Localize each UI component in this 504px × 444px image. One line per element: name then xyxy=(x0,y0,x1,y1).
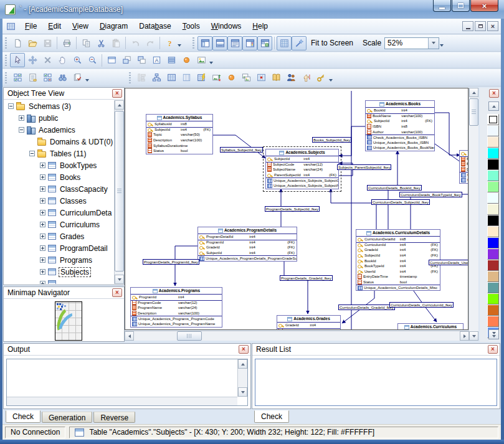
cut-button[interactable] xyxy=(93,36,108,50)
index-row[interactable]: Unique_Academics_Programs_ProgramName xyxy=(131,321,222,327)
book-button[interactable] xyxy=(269,70,283,85)
column-row[interactable]: SubjectIdint4(FK) xyxy=(198,250,297,256)
output-close-button[interactable]: × xyxy=(239,345,249,354)
expand-icon[interactable] xyxy=(40,245,45,251)
relation-label[interactable]: ProgramDetails_SubjectId_fkey xyxy=(265,206,320,212)
color-swatch[interactable] xyxy=(487,316,499,327)
toggle-tree-panel-button[interactable] xyxy=(197,36,212,50)
table-title[interactable]: Academics.Subjects xyxy=(266,149,338,156)
scroll-up-button[interactable] xyxy=(469,88,478,97)
select-cursor-button[interactable] xyxy=(10,53,25,67)
column-row[interactable]: BookNamevarchar(100) xyxy=(366,113,434,119)
menu-item-diagram[interactable]: Diagram xyxy=(94,19,133,34)
column-row[interactable]: SyllabusIdint8 xyxy=(146,121,212,127)
bring-to-front-button[interactable] xyxy=(119,53,134,67)
dropdown-caret[interactable] xyxy=(85,79,89,82)
dropdown-caret[interactable] xyxy=(329,79,333,82)
object-tree-scrollbar[interactable] xyxy=(114,100,124,284)
zoom-out-button[interactable] xyxy=(85,53,100,67)
toolbar-grip[interactable] xyxy=(5,72,7,83)
script-document-button[interactable] xyxy=(25,70,40,85)
mdi-close-button[interactable]: × xyxy=(487,21,498,31)
key-tool-button[interactable] xyxy=(313,70,328,85)
minimap-thumbnail[interactable] xyxy=(55,301,82,341)
scrollbar-thumb[interactable] xyxy=(115,111,124,272)
tree-item-label[interactable]: Classes xyxy=(59,197,88,205)
tree-item-classcapacity[interactable]: ClassCapacity xyxy=(4,183,113,195)
mdi-document-icon[interactable] xyxy=(6,22,16,31)
palette-close-button[interactable]: × xyxy=(489,89,499,98)
scroll-left-button[interactable] xyxy=(125,331,134,341)
output-horizontal-scrollbar[interactable] xyxy=(7,397,237,405)
column-row[interactable]: SubjectNamevarchar(24) xyxy=(266,167,338,172)
color-swatch[interactable] xyxy=(487,159,499,170)
menu-item-help[interactable]: Help xyxy=(247,19,273,34)
toggle-output-panel-button[interactable] xyxy=(212,36,227,50)
menu-item-tools[interactable]: Tools xyxy=(177,19,206,34)
menu-item-edit[interactable]: Edit xyxy=(42,19,67,34)
print-button[interactable] xyxy=(59,36,74,50)
expand-icon[interactable] xyxy=(40,281,45,284)
column-row[interactable]: ProgramNamevarchar(24) xyxy=(131,305,222,311)
dropdown-caret[interactable] xyxy=(178,44,181,47)
text-note-button[interactable]: A xyxy=(149,53,164,67)
scroll-down-button[interactable] xyxy=(469,331,478,341)
toggle-minimap-panel-button[interactable] xyxy=(257,36,272,50)
index-row[interactable]: Unique_Academics_Subjects_SubjectName xyxy=(266,183,338,189)
tree-item-programs[interactable]: Programs xyxy=(4,254,113,266)
table-title[interactable]: Academics.ProgramDetails xyxy=(198,227,297,234)
table-target-button[interactable] xyxy=(254,70,269,85)
images-button[interactable] xyxy=(239,70,254,85)
point-marker-button[interactable] xyxy=(179,53,194,67)
relation-label[interactable]: CurriculumDetails_GradeId_fkey xyxy=(338,305,395,310)
color-swatch[interactable] xyxy=(487,125,499,136)
minimap-close-button[interactable]: × xyxy=(112,288,122,297)
tree-item-public[interactable]: public xyxy=(4,112,113,124)
toolbar-grip[interactable] xyxy=(129,72,131,83)
collapse-icon[interactable] xyxy=(8,103,14,109)
collapse-icon[interactable] xyxy=(29,151,35,156)
tab-check[interactable]: Check xyxy=(6,410,40,423)
toggle-palette-panel-button[interactable] xyxy=(242,36,257,50)
column-row[interactable]: Statusbool xyxy=(356,280,440,285)
column-row[interactable]: CurriculumIdint4(FK) xyxy=(356,242,440,248)
tree-item-label[interactable]: CurriculumDeta xyxy=(59,209,113,217)
diagram-table-academics-syllabus[interactable]: Academics.SyllabusSyllabusIdint8SubjectI… xyxy=(146,114,213,154)
index-row[interactable]: Check_Academics_Books_ISBN xyxy=(366,135,434,140)
toolbar-overflow-caret[interactable] xyxy=(440,44,444,47)
diagram-table-academics-programdetails[interactable]: Academics.ProgramDetailsProgramDetailIdi… xyxy=(197,227,297,262)
tree-item-tables-11-[interactable]: Tables (11) xyxy=(4,148,113,159)
object-tree-close-button[interactable]: × xyxy=(112,89,122,98)
toolbar-grip[interactable] xyxy=(5,37,7,49)
table-flash-button[interactable] xyxy=(194,70,209,85)
column-row[interactable]: SubjectIdint4(FK) xyxy=(366,118,434,124)
index-row[interactable]: Unique_Academics_Books_BookName xyxy=(366,145,434,151)
column-row[interactable]: SubjectIdint4(FK) xyxy=(146,127,212,133)
toolbar-grip[interactable] xyxy=(5,55,7,66)
column-row[interactable]: Topicvarchar(50) xyxy=(146,132,212,138)
relation-label[interactable]: CurriculumDetails_UserId_fkey xyxy=(429,260,468,265)
tree-item-books[interactable]: Books xyxy=(4,171,113,183)
column-row[interactable]: GradeIdint4 xyxy=(277,323,340,328)
tab-check[interactable]: Check xyxy=(254,410,289,423)
mdi-minimize-button[interactable] xyxy=(462,21,473,31)
index-row[interactable]: Unique_Academics_CurriculumDetails_Misc xyxy=(356,285,440,290)
color-swatch[interactable] xyxy=(487,237,499,248)
color-swatch[interactable] xyxy=(487,148,499,159)
table-title[interactable]: Academics.Grades xyxy=(277,316,340,323)
column-row[interactable]: Authorvarchar(100) xyxy=(366,129,434,135)
tree-item-schemas-3-[interactable]: Schemas (3) xyxy=(4,100,113,112)
paste-button[interactable] xyxy=(108,36,123,50)
new-document-button[interactable] xyxy=(10,36,25,50)
tree-item-academics[interactable]: Academics xyxy=(4,124,113,136)
tree-item-partial[interactable] xyxy=(4,278,113,284)
tree-item-booktypes[interactable]: BookTypes xyxy=(4,159,113,171)
column-row[interactable]: EntryDateTimetimestamp xyxy=(356,274,440,280)
index-row[interactable]: Unique_Academics_Books_ISBN xyxy=(366,140,434,146)
column-row[interactable]: Statusbool xyxy=(146,148,212,154)
dropdown-caret[interactable] xyxy=(209,62,213,64)
menu-item-view[interactable]: View xyxy=(67,19,94,34)
tree-item-label[interactable]: ClassCapacity xyxy=(59,185,109,194)
menu-item-windows[interactable]: Windows xyxy=(206,19,247,34)
index-row[interactable]: Unique_Academics_Subjects_SubjectCode xyxy=(266,177,338,183)
